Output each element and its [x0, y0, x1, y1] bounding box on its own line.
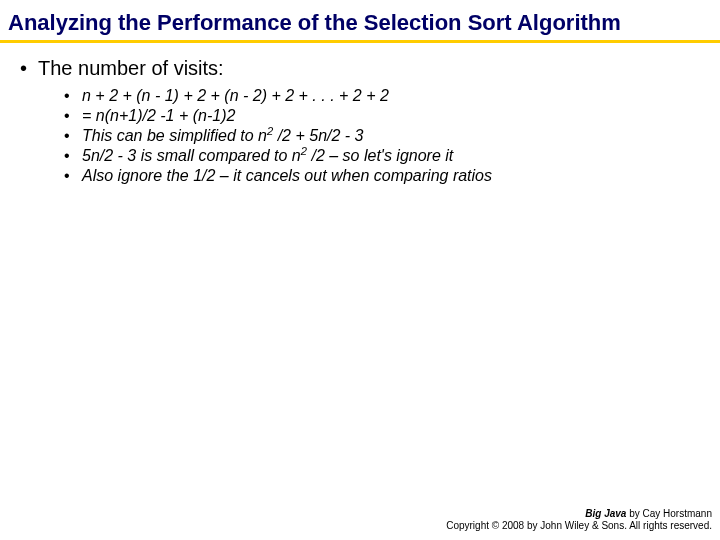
footer-line-1: Big Java by Cay Horstmann — [446, 508, 712, 520]
inner-bullet-text: = n(n+1)/2 -1 + (n-1)2 — [82, 106, 702, 126]
slide-title: Analyzing the Performance of the Selecti… — [0, 0, 720, 43]
footer-line-2: Copyright © 2008 by John Wiley & Sons. A… — [446, 520, 712, 532]
inner-bullet: • This can be simplified to n2 /2 + 5n/2… — [64, 126, 702, 146]
footer: Big Java by Cay Horstmann Copyright © 20… — [446, 508, 712, 532]
inner-bullet-text: 5n/2 - 3 is small compared to n2 /2 – so… — [82, 146, 702, 166]
inner-bullet-text: n + 2 + (n - 1) + 2 + (n - 2) + 2 + . . … — [82, 86, 702, 106]
inner-bullet-text: This can be simplified to n2 /2 + 5n/2 -… — [82, 126, 702, 146]
bullet-dot: • — [64, 106, 82, 126]
outer-bullet: • The number of visits: — [18, 57, 702, 80]
bullet-dot: • — [64, 126, 82, 146]
bullet-dot: • — [18, 57, 38, 80]
inner-list: • n + 2 + (n - 1) + 2 + (n - 2) + 2 + . … — [18, 84, 702, 186]
slide-body: • The number of visits: • n + 2 + (n - 1… — [0, 43, 720, 186]
inner-bullet-text: Also ignore the 1/2 – it cancels out whe… — [82, 166, 702, 186]
inner-bullet: • Also ignore the 1/2 – it cancels out w… — [64, 166, 702, 186]
bullet-dot: • — [64, 146, 82, 166]
inner-bullet: • 5n/2 - 3 is small compared to n2 /2 – … — [64, 146, 702, 166]
outer-bullet-text: The number of visits: — [38, 57, 224, 80]
bullet-dot: • — [64, 166, 82, 186]
bullet-dot: • — [64, 86, 82, 106]
inner-bullet: • = n(n+1)/2 -1 + (n-1)2 — [64, 106, 702, 126]
inner-bullet: • n + 2 + (n - 1) + 2 + (n - 2) + 2 + . … — [64, 86, 702, 106]
